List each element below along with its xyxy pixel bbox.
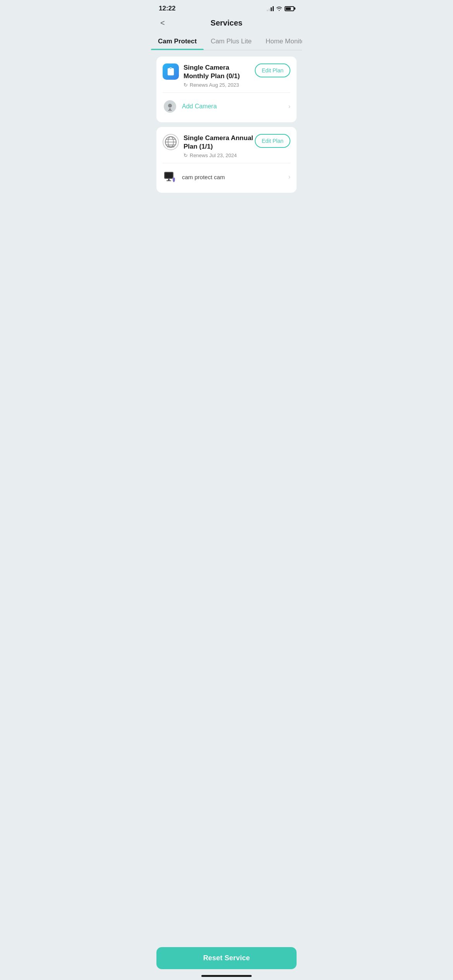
- monthly-plan-name: Single Camera Monthly Plan (0/1): [184, 63, 255, 81]
- content-area: Single Camera Monthly Plan (0/1) ↻ Renew…: [151, 50, 302, 199]
- annual-plan-name: Single Camera Annual Plan (1/1): [184, 134, 255, 151]
- webcam-icon: [163, 100, 177, 113]
- monthly-plan-renew: ↻ Renews Aug 25, 2023: [184, 82, 255, 88]
- monthly-plan-header: Single Camera Monthly Plan (0/1) ↻ Renew…: [163, 63, 290, 88]
- tabs-container: Cam Protect Cam Plus Lite Home Monitor: [151, 33, 302, 50]
- svg-text:WWW: WWW: [167, 145, 175, 148]
- battery-icon: [285, 6, 294, 11]
- monthly-divider: [163, 93, 290, 93]
- svg-rect-3: [168, 110, 172, 111]
- annual-plan-info: WWW Single Camera Annual Plan (1/1) ↻ Re…: [163, 134, 255, 158]
- svg-rect-13: [166, 180, 171, 181]
- status-icons: [267, 6, 294, 11]
- tab-cam-protect[interactable]: Cam Protect: [151, 33, 204, 50]
- svg-rect-12: [168, 179, 170, 180]
- monthly-plan-card: Single Camera Monthly Plan (0/1) ↻ Renew…: [156, 57, 297, 122]
- svg-rect-2: [169, 108, 171, 110]
- page-title: Services: [211, 19, 242, 27]
- cam-device-icon-wrapper: [163, 170, 177, 184]
- monthly-edit-plan-button[interactable]: Edit Plan: [255, 63, 290, 77]
- add-camera-chevron-icon: ›: [288, 103, 290, 110]
- cam-protect-cam-label: cam protect cam: [182, 174, 225, 180]
- status-time: 12:22: [159, 5, 175, 12]
- header: < Services: [151, 15, 302, 33]
- monthly-plan-text: Single Camera Monthly Plan (0/1) ↻ Renew…: [184, 63, 255, 88]
- add-camera-row[interactable]: Add Camera ›: [163, 98, 290, 115]
- annual-divider: [163, 163, 290, 163]
- camera-device-icon: [163, 170, 177, 184]
- annual-plan-header: WWW Single Camera Annual Plan (1/1) ↻ Re…: [163, 134, 290, 158]
- cam-device-chevron-icon: ›: [288, 173, 290, 180]
- tab-cam-plus-lite[interactable]: Cam Plus Lite: [204, 33, 259, 50]
- add-camera-label: Add Camera: [182, 103, 217, 110]
- globe-icon: WWW: [163, 134, 179, 150]
- annual-plan-card: WWW Single Camera Annual Plan (1/1) ↻ Re…: [156, 127, 297, 193]
- tab-home-monitor[interactable]: Home Monitor: [259, 33, 302, 50]
- annual-plan-renew: ↻ Renews Jul 23, 2024: [184, 152, 255, 158]
- svg-rect-11: [165, 173, 173, 178]
- wifi-icon: [276, 6, 283, 11]
- svg-point-1: [168, 104, 172, 108]
- status-bar: 12:22: [151, 0, 302, 15]
- app-store-icon: [163, 63, 179, 80]
- renew-icon: ↻: [184, 82, 188, 88]
- renew-icon-2: ↻: [184, 152, 188, 158]
- add-camera-icon-wrapper: [163, 99, 177, 114]
- monthly-plan-info: Single Camera Monthly Plan (0/1) ↻ Renew…: [163, 63, 255, 88]
- back-button[interactable]: <: [159, 17, 166, 29]
- annual-plan-text: Single Camera Annual Plan (1/1) ↻ Renews…: [184, 134, 255, 158]
- cam-protect-cam-row[interactable]: cam protect cam ›: [163, 168, 290, 186]
- annual-edit-plan-button[interactable]: Edit Plan: [255, 134, 290, 148]
- signal-icon: [267, 6, 274, 11]
